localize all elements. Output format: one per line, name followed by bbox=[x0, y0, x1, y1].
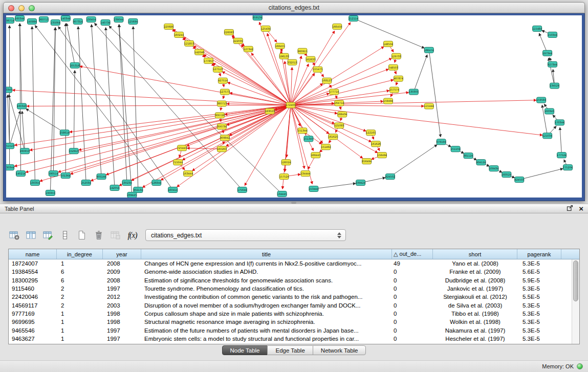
network-canvas[interactable]: 1724052206861602441218531420461778571275… bbox=[6, 15, 582, 198]
network-node[interactable]: 152913 bbox=[69, 148, 79, 154]
table-row[interactable]: 911546021997Tourette syndrome. Phenomeno… bbox=[9, 285, 579, 293]
network-node[interactable]: 590514 bbox=[49, 171, 58, 177]
network-node[interactable]: 177714 bbox=[329, 89, 339, 95]
network-node[interactable]: 134524 bbox=[550, 83, 559, 89]
network-node[interactable]: 151464 bbox=[321, 144, 331, 150]
column-header-in_degree[interactable]: in_degree bbox=[57, 249, 103, 259]
network-node[interactable]: 924503 bbox=[514, 177, 524, 183]
network-node[interactable]: 239044 bbox=[114, 16, 123, 22]
network-node[interactable]: 924502 bbox=[385, 174, 395, 180]
network-node[interactable]: 159584 bbox=[536, 97, 546, 103]
table-row[interactable]: 1872400712008Changes of HCN gene express… bbox=[9, 259, 579, 268]
network-node[interactable]: 160414 bbox=[168, 187, 178, 193]
table-row[interactable]: 946554611997Estimation of the future num… bbox=[9, 326, 579, 334]
window-titlebar[interactable]: citations_edges.txt bbox=[3, 2, 585, 13]
network-node[interactable]: 160345 bbox=[545, 108, 554, 114]
column-header-out_de[interactable]: △ out_de... bbox=[392, 249, 433, 259]
network-node[interactable]: 260713 bbox=[39, 16, 49, 22]
close-panel-icon[interactable]: × bbox=[579, 206, 583, 212]
network-node[interactable]: 170344 bbox=[555, 120, 564, 125]
network-node[interactable]: 166474 bbox=[424, 47, 434, 53]
network-node[interactable]: 166443 bbox=[311, 152, 320, 158]
network-node[interactable]: 115444 bbox=[424, 103, 434, 109]
network-node[interactable]: 239425 bbox=[127, 192, 137, 198]
network-node[interactable]: 125434 bbox=[261, 26, 271, 31]
function-builder-icon[interactable]: f(x) bbox=[125, 228, 139, 242]
tab-node-table[interactable]: Node Table bbox=[222, 345, 268, 355]
network-node[interactable]: 260653 bbox=[20, 148, 30, 154]
float-panel-icon[interactable] bbox=[567, 205, 573, 212]
delete-table-icon[interactable] bbox=[92, 228, 105, 242]
network-node[interactable]: 252034 bbox=[81, 180, 91, 186]
network-node[interactable]: 157574 bbox=[389, 87, 399, 93]
network-node[interactable]: 160263 bbox=[217, 146, 227, 152]
network-node[interactable]: 856494 bbox=[362, 159, 372, 164]
network-node[interactable]: 306726 bbox=[215, 113, 225, 118]
column-header-title[interactable]: title bbox=[141, 249, 392, 259]
network-node[interactable]: 356734 bbox=[217, 124, 227, 129]
network-node[interactable]: 172405 bbox=[286, 102, 296, 108]
table-selector-dropdown[interactable]: citations_edges.txt bbox=[145, 229, 346, 241]
new-table-icon[interactable] bbox=[75, 228, 89, 242]
network-node[interactable]: 109434 bbox=[489, 166, 498, 171]
network-node[interactable]: 427514 bbox=[218, 78, 228, 83]
network-node[interactable]: 296714 bbox=[6, 17, 14, 23]
network-node[interactable]: 130305 bbox=[409, 89, 419, 95]
network-node[interactable]: 140734 bbox=[101, 19, 111, 25]
network-node[interactable]: 715044 bbox=[173, 160, 183, 165]
network-node[interactable]: 175644 bbox=[237, 187, 247, 193]
network-node[interactable]: 130344 bbox=[6, 165, 14, 170]
network-node[interactable]: 130355 bbox=[46, 190, 55, 196]
column-header-year[interactable]: year bbox=[103, 249, 141, 259]
network-node[interactable]: 909942 bbox=[220, 135, 230, 141]
network-node[interactable]: 905144 bbox=[97, 174, 106, 180]
network-node[interactable]: 121034 bbox=[542, 133, 552, 139]
table-row[interactable]: 1456911722003Disruption of a novel membe… bbox=[9, 301, 579, 309]
network-node[interactable]: 126844 bbox=[151, 180, 161, 186]
network-node[interactable]: 153444 bbox=[309, 186, 318, 192]
network-node[interactable]: 205316 bbox=[70, 62, 80, 68]
network-node[interactable]: 381124 bbox=[464, 153, 473, 159]
network-node[interactable]: 151345 bbox=[303, 136, 313, 142]
network-node[interactable]: 166459 bbox=[332, 24, 342, 29]
network-node[interactable]: 332013 bbox=[288, 59, 297, 65]
network-node[interactable]: 927344 bbox=[548, 61, 557, 67]
network-node[interactable]: 775204 bbox=[563, 165, 573, 170]
network-node[interactable]: 148504 bbox=[383, 41, 393, 47]
table-row[interactable]: 969969511998Structural magnetic resonanc… bbox=[9, 318, 579, 326]
zoom-window-icon[interactable] bbox=[29, 5, 35, 11]
network-node[interactable]: 501364 bbox=[61, 173, 71, 179]
network-node[interactable]: 168123 bbox=[322, 78, 332, 83]
network-node[interactable]: 177857 bbox=[204, 58, 213, 63]
network-node[interactable]: 158494 bbox=[377, 152, 387, 158]
network-node[interactable]: 748503 bbox=[388, 64, 398, 70]
column-header-short[interactable]: short bbox=[433, 249, 517, 259]
network-node[interactable]: 127342 bbox=[244, 46, 253, 52]
network-node[interactable]: 725443 bbox=[177, 145, 187, 151]
close-window-icon[interactable] bbox=[8, 5, 14, 11]
table-row[interactable]: 946362711997Embryonic stem cells: a mode… bbox=[9, 335, 579, 343]
network-node[interactable]: 160343 bbox=[17, 103, 27, 109]
network-node[interactable]: 151104 bbox=[451, 146, 461, 152]
network-node[interactable]: 380713 bbox=[217, 101, 227, 106]
tab-edge-table[interactable]: Edge Table bbox=[267, 345, 313, 355]
network-node[interactable]: 129733 bbox=[391, 53, 401, 59]
network-node[interactable]: 140344 bbox=[61, 15, 71, 21]
table-scrollbar[interactable] bbox=[572, 259, 579, 344]
network-node[interactable]: 183023 bbox=[265, 108, 275, 114]
network-node[interactable]: 251523 bbox=[6, 143, 14, 149]
column-header-pagerank[interactable]: pagerank bbox=[517, 249, 561, 259]
network-node[interactable]: 902134 bbox=[133, 187, 143, 193]
network-node[interactable]: 135064 bbox=[51, 19, 60, 25]
network-node[interactable]: 160244 bbox=[174, 32, 184, 37]
minimize-window-icon[interactable] bbox=[18, 5, 25, 11]
network-node[interactable]: 151344 bbox=[297, 128, 307, 134]
network-node[interactable]: 960915 bbox=[297, 48, 307, 54]
network-node[interactable]: 197344 bbox=[542, 50, 552, 56]
network-node[interactable]: 127573 bbox=[220, 89, 230, 95]
network-node[interactable]: 140994 bbox=[27, 18, 37, 24]
network-node[interactable]: 125694 bbox=[128, 18, 138, 24]
network-node[interactable]: 161626 bbox=[371, 141, 381, 147]
network-node[interactable]: 168434 bbox=[337, 112, 347, 117]
network-node[interactable]: 212114 bbox=[349, 15, 358, 21]
